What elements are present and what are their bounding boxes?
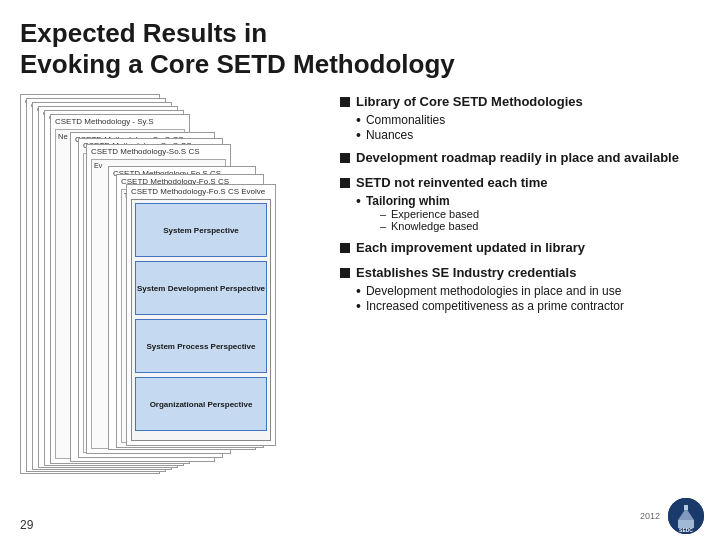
method-card-12: CSETD Methodology-Fo.S CS Evolve System … (126, 184, 276, 446)
svg-rect-3 (684, 505, 688, 510)
bullet-square-4 (340, 243, 350, 253)
page-number: 29 (20, 518, 33, 532)
content-area: CSETD Methodology - So.S CSETD Methodolo… (20, 94, 700, 524)
bullet-main-4: Each improvement updated in library (340, 240, 700, 257)
bullet-section-5: Establishes SE Industry credentials • De… (340, 265, 700, 313)
bullet-text-2: Development roadmap readily in place and… (356, 150, 679, 167)
left-panel: CSETD Methodology - So.S CSETD Methodolo… (20, 94, 320, 524)
page: Expected Results in Evoking a Core SETD … (0, 0, 720, 540)
bullet-text-4: Each improvement updated in library (356, 240, 585, 257)
sub-bullet-1-1: • Commonalities (356, 113, 700, 127)
bullet-section-1: Library of Core SETD Methodologies • Com… (340, 94, 700, 142)
stack-container: CSETD Methodology - So.S CSETD Methodolo… (20, 94, 310, 514)
sub-sub-bullet-know: – Knowledge based (380, 220, 479, 232)
sedc-logo-circle: SEDC (668, 498, 704, 534)
bullet-main-1: Library of Core SETD Methodologies (340, 94, 700, 111)
sub-bullets-3: • Tailoring whim – Experience based – (356, 194, 700, 232)
perspective-system: System Perspective (135, 203, 267, 257)
svg-text:SEDC: SEDC (679, 527, 693, 533)
right-panel: Library of Core SETD Methodologies • Com… (330, 94, 700, 524)
bullet-main-3: SETD not reinvented each time (340, 175, 700, 192)
sedc-logo-svg: SEDC (668, 498, 704, 534)
bullet-main-5: Establishes SE Industry credentials (340, 265, 700, 282)
page-title: Expected Results in Evoking a Core SETD … (20, 18, 700, 80)
perspective-process: System Process Perspective (135, 319, 267, 373)
bullet-square-3 (340, 178, 350, 188)
sub-bullets-1: • Commonalities • Nuances (356, 113, 700, 142)
perspective-dev: System Development Perspective (135, 261, 267, 315)
sub-bullet-5-2: • Increased competitiveness as a prime c… (356, 299, 700, 313)
bullet-square-5 (340, 268, 350, 278)
bullet-section-3: SETD not reinvented each time • Tailorin… (340, 175, 700, 232)
bullet-section-2: Development roadmap readily in place and… (340, 150, 700, 167)
bullet-section-4: Each improvement updated in library (340, 240, 700, 257)
sub-bullet-5-1: • Development methodologies in place and… (356, 284, 700, 298)
sub-bullet-3-1: • Tailoring whim – Experience based – (356, 194, 700, 232)
bullet-main-2: Development roadmap readily in place and… (340, 150, 700, 167)
sub-bullets-5: • Development methodologies in place and… (356, 284, 700, 313)
bullet-square-2 (340, 153, 350, 163)
bullet-text-5: Establishes SE Industry credentials (356, 265, 576, 282)
bullet-text-3: SETD not reinvented each time (356, 175, 547, 192)
perspective-org: Organizational Perspective (135, 377, 267, 431)
sedc-year: 2012 (640, 511, 660, 521)
sub-sub-bullet-exp: – Experience based (380, 208, 479, 220)
bullet-square-1 (340, 97, 350, 107)
sub-sub-bullets-3-1: – Experience based – Knowledge based (380, 208, 479, 232)
sub-bullet-1-2: • Nuances (356, 128, 700, 142)
sedc-logo: 2012 SEDC (640, 498, 704, 534)
bullet-text-1: Library of Core SETD Methodologies (356, 94, 583, 111)
